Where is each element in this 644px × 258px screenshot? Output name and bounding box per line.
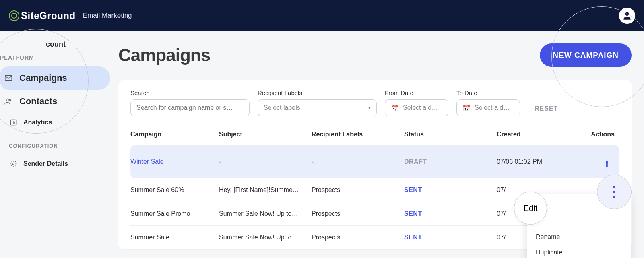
brand-name: SiteGround	[21, 10, 76, 21]
to-date-label: To Date	[456, 89, 520, 96]
menu-item-rename[interactable]: Rename	[527, 229, 631, 245]
campaign-labels: Prospects	[312, 186, 404, 194]
campaign-status: SENT	[404, 234, 497, 241]
campaign-status: SENT	[404, 186, 497, 194]
campaign-created: 07/	[497, 186, 587, 194]
sidebar-item-analytics[interactable]: Analytics	[0, 113, 110, 132]
top-bar: SiteGround Email Marketing	[0, 0, 644, 31]
kebab-icon	[613, 186, 615, 198]
col-created[interactable]: Created ↓	[497, 131, 587, 138]
campaign-labels: Prospects	[312, 234, 404, 241]
main-content: Campaigns NEW CAMPAIGN Search Recipient …	[110, 31, 644, 249]
campaign-name[interactable]: Summer Sale Promo	[130, 210, 219, 217]
kebab-icon	[606, 161, 608, 163]
sort-descending-icon: ↓	[526, 131, 529, 138]
search-label: Search	[130, 89, 250, 96]
user-avatar[interactable]	[619, 8, 635, 24]
from-date-input[interactable]: 📅 Select a d…	[385, 99, 448, 116]
sidebar-item-campaigns[interactable]: Campaigns	[0, 66, 110, 90]
sidebar-section-configuration: CONFIGURATION	[0, 132, 110, 155]
edit-hint-bubble: Edit	[514, 192, 547, 225]
campaign-created: 07/06 01:02 PM	[497, 158, 587, 165]
sidebar-label-sender-details: Sender Details	[23, 160, 68, 167]
campaign-name[interactable]: Summer Sale	[130, 234, 219, 241]
labels-label: Recipient Labels	[258, 89, 377, 96]
col-created-label: Created	[497, 131, 521, 138]
campaign-subject: Summer Sale Now! Up to…	[219, 234, 312, 241]
calendar-icon: 📅	[391, 104, 399, 112]
user-icon	[622, 10, 632, 21]
col-campaign[interactable]: Campaign	[130, 131, 219, 138]
col-actions: Actions	[587, 131, 619, 138]
sidebar-section-platform: PLATFORM	[0, 49, 110, 66]
svg-point-5	[12, 163, 14, 165]
campaign-name[interactable]: Winter Sale	[130, 158, 219, 165]
reset-button[interactable]: RESET	[531, 101, 561, 116]
svg-rect-1	[5, 76, 12, 81]
edit-hint-text: Edit	[524, 204, 537, 213]
campaign-subject: -	[219, 158, 312, 165]
svg-point-0	[625, 12, 629, 16]
from-date-label: From Date	[385, 89, 448, 96]
from-date-placeholder: Select a d…	[403, 104, 438, 111]
sidebar-label-contacts: Contacts	[19, 96, 57, 107]
sidebar-label-analytics: Analytics	[23, 119, 52, 126]
col-status[interactable]: Status	[404, 131, 497, 138]
svg-point-3	[10, 99, 11, 101]
col-labels[interactable]: Recipient Labels	[312, 131, 404, 138]
new-campaign-button[interactable]: NEW CAMPAIGN	[540, 43, 632, 67]
product-name: Email Marketing	[83, 12, 132, 20]
labels-select[interactable]: Select labels ▾	[258, 99, 377, 116]
sidebar: count PLATFORM Campaigns Contacts Analyt…	[0, 31, 110, 249]
brand-logo[interactable]: SiteGround	[9, 10, 76, 21]
campaign-subject: Summer Sale Now! Up to…	[219, 210, 312, 217]
menu-item-duplicate[interactable]: Duplicate	[527, 245, 631, 258]
brand-block: SiteGround Email Marketing	[9, 10, 132, 21]
calendar-icon: 📅	[462, 104, 471, 112]
row-actions-button[interactable]	[599, 154, 615, 170]
campaign-name[interactable]: Summer Sale 60%	[130, 186, 219, 194]
to-date-input[interactable]: 📅 Select a d…	[456, 99, 520, 116]
campaign-labels: -	[312, 158, 404, 165]
page-title: Campaigns	[118, 45, 210, 65]
table-header: Campaign Subject Recipient Labels Status…	[130, 124, 619, 145]
gear-icon	[9, 159, 18, 168]
campaign-subject: Hey, [First Name]!Summe…	[219, 186, 312, 194]
breadcrumb-account[interactable]: count	[36, 35, 110, 49]
campaign-status: DRAFT	[404, 158, 497, 165]
people-icon	[4, 97, 13, 106]
actions-highlight[interactable]	[597, 175, 632, 209]
labels-select-placeholder: Select labels	[264, 104, 300, 111]
sidebar-item-sender-details[interactable]: Sender Details	[0, 155, 110, 173]
campaign-labels: Prospects	[312, 210, 404, 217]
col-subject[interactable]: Subject	[219, 131, 312, 138]
svg-point-2	[6, 99, 9, 101]
search-input[interactable]	[130, 99, 250, 116]
campaign-status: SENT	[404, 210, 497, 217]
to-date-placeholder: Select a d…	[475, 104, 510, 111]
table-row[interactable]: Winter Sale - - DRAFT 07/06 01:02 PM	[130, 145, 619, 178]
sidebar-label-campaigns: Campaigns	[19, 73, 67, 83]
chart-icon	[9, 118, 18, 127]
chevron-down-icon: ▾	[368, 105, 371, 111]
brand-swirl-icon	[9, 10, 19, 21]
sidebar-item-contacts[interactable]: Contacts	[0, 90, 110, 113]
envelope-icon	[4, 74, 13, 83]
